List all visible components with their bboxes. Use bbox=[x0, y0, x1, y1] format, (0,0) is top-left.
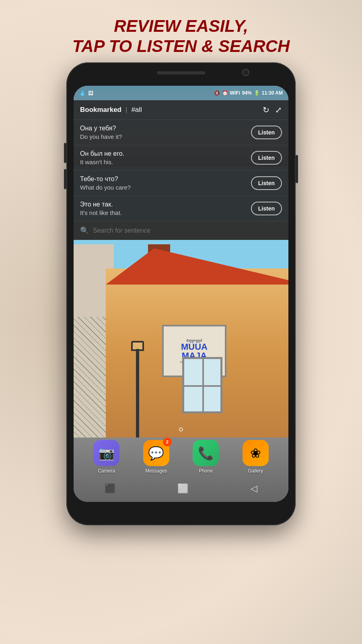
dock-item-messages[interactable]: 💬 2 Messages bbox=[143, 440, 169, 474]
ivy-decoration bbox=[74, 317, 110, 438]
phone-speaker bbox=[157, 71, 205, 74]
refresh-icon[interactable]: ↻ bbox=[263, 105, 269, 115]
phone-icon: 📞 bbox=[193, 440, 219, 466]
time-display: 11:30 AM bbox=[262, 90, 283, 96]
search-bar[interactable]: 🔍 bbox=[74, 221, 288, 240]
title-line2: TAP TO LISTEN & SEARCH bbox=[0, 36, 362, 56]
panel-title: Bookmarked bbox=[80, 106, 121, 114]
lamp-post bbox=[136, 349, 139, 438]
listen-button-3[interactable]: Listen bbox=[251, 202, 282, 215]
status-bar: 💧 🖼 🔇 ⏰ WiFi 94% 🔋 11:30 AM bbox=[74, 86, 288, 100]
building-window bbox=[182, 357, 222, 413]
sentence-translation-0: Do you have it? bbox=[80, 133, 246, 140]
panel-tag: #all bbox=[131, 106, 142, 114]
mute-icon: 🔇 bbox=[214, 90, 220, 96]
battery-level: 94% bbox=[242, 90, 252, 96]
page-title-block: REVIEW EASILY, TAP TO LISTEN & SEARCH bbox=[0, 16, 362, 57]
sentence-text-1: Он был не его. It wasn't his. bbox=[80, 150, 246, 165]
sentence-text-3: Это не так. It's not like that. bbox=[80, 201, 246, 216]
sentence-row-1: Он был не его. It wasn't his. Listen bbox=[74, 145, 288, 171]
sentence-translation-2: What do you care? bbox=[80, 184, 246, 191]
search-input[interactable] bbox=[93, 227, 282, 234]
dock-item-camera[interactable]: 📷 Camera bbox=[93, 440, 119, 474]
title-line1: REVIEW EASILY, bbox=[0, 16, 362, 36]
phone-vol-up bbox=[64, 143, 66, 163]
sentences-list: Она у тебя? Do you have it? Listen Он бы… bbox=[74, 120, 288, 221]
phone-screen: 💧 🖼 🔇 ⏰ WiFi 94% 🔋 11:30 AM Bookmarked |… bbox=[74, 86, 288, 502]
back-nav-icon[interactable]: ⬛ bbox=[105, 483, 115, 494]
messages-label: Messages bbox=[145, 468, 167, 474]
sentence-original-1: Он был не его. bbox=[80, 150, 246, 157]
dock-item-phone[interactable]: 📞 Phone bbox=[193, 440, 219, 474]
sentence-row-0: Она у тебя? Do you have it? Listen bbox=[74, 120, 288, 145]
nav-bar: ⬛ ⬜ ◁ bbox=[74, 479, 288, 499]
messages-badge: 2 bbox=[163, 438, 172, 446]
gallery-icon: ❀ bbox=[243, 440, 269, 466]
camera-label: Camera bbox=[98, 468, 115, 474]
phone-power bbox=[296, 155, 298, 183]
gallery-label: Gallery bbox=[248, 468, 263, 474]
panel-header-actions: ↻ ⤢ bbox=[263, 105, 282, 115]
image-icon: 🖼 bbox=[88, 90, 93, 96]
phone-camera bbox=[242, 69, 249, 76]
dock-bar: 📷 Camera 💬 2 Messages 📞 Phone ❀ Gallery bbox=[74, 436, 288, 478]
messages-icon: 💬 2 bbox=[143, 440, 169, 466]
phone-label: Phone bbox=[199, 468, 213, 474]
status-left: 💧 🖼 bbox=[79, 90, 93, 96]
sentence-row-2: Тебе-то что? What do you care? Listen bbox=[74, 171, 288, 196]
recents-nav-icon[interactable]: ◁ bbox=[251, 483, 257, 494]
sentence-text-2: Тебе-то что? What do you care? bbox=[80, 175, 246, 191]
dock-item-gallery[interactable]: ❀ Gallery bbox=[243, 440, 269, 474]
listen-button-1[interactable]: Listen bbox=[251, 151, 282, 165]
app-panel: Bookmarked | #all ↻ ⤢ Она у тебя? Do you… bbox=[74, 100, 288, 240]
expand-icon[interactable]: ⤢ bbox=[275, 105, 282, 115]
status-right: 🔇 ⏰ WiFi 94% 🔋 11:30 AM bbox=[214, 90, 283, 96]
sentence-translation-3: It's not like that. bbox=[80, 209, 246, 216]
camera-icon: 📷 bbox=[93, 440, 119, 466]
panel-divider: | bbox=[125, 106, 127, 114]
roof bbox=[106, 248, 288, 285]
phone-vol-down bbox=[64, 169, 66, 189]
panel-header-left: Bookmarked | #all bbox=[80, 106, 142, 114]
sentence-translation-1: It wasn't his. bbox=[80, 159, 246, 165]
drop-icon: 💧 bbox=[79, 90, 86, 96]
page-dot-indicator bbox=[179, 427, 183, 431]
sentence-row-3: Это не так. It's not like that. Listen bbox=[74, 196, 288, 221]
sentence-text-0: Она у тебя? Do you have it? bbox=[80, 125, 246, 140]
listen-button-2[interactable]: Listen bbox=[251, 176, 282, 190]
listen-button-0[interactable]: Listen bbox=[251, 126, 282, 139]
panel-header: Bookmarked | #all ↻ ⤢ bbox=[74, 100, 288, 120]
phone-frame: 💧 🖼 🔇 ⏰ WiFi 94% 🔋 11:30 AM Bookmarked |… bbox=[66, 62, 296, 525]
window-v bbox=[202, 359, 204, 411]
home-nav-icon[interactable]: ⬜ bbox=[177, 483, 188, 494]
sentence-original-2: Тебе-то что? bbox=[80, 175, 246, 183]
battery-icon: 🔋 bbox=[254, 90, 260, 96]
search-icon: 🔍 bbox=[80, 226, 89, 235]
sentence-original-0: Она у тебя? bbox=[80, 125, 246, 132]
wifi-icon: WiFi bbox=[230, 90, 240, 96]
alarm-icon: ⏰ bbox=[222, 90, 228, 96]
sentence-original-3: Это не так. bbox=[80, 201, 246, 208]
